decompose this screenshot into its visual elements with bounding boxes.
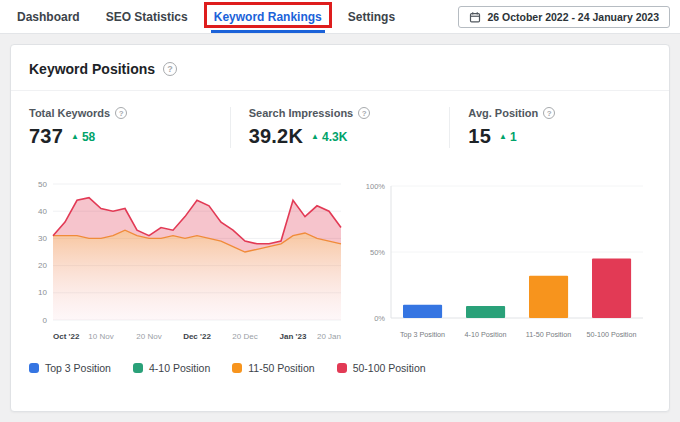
- help-icon[interactable]: ?: [115, 107, 127, 119]
- legend-swatch: [133, 363, 143, 373]
- svg-text:Jan '23: Jan '23: [280, 332, 307, 341]
- legend-swatch: [337, 363, 347, 373]
- stat-delta: ▲ 58: [71, 130, 95, 144]
- stat-total-keywords: Total Keywords ? 737 ▲ 58: [11, 107, 230, 148]
- date-range-label: 26 October 2022 - 24 January 2023: [487, 11, 659, 23]
- help-icon[interactable]: ?: [543, 107, 555, 119]
- svg-text:10 Nov: 10 Nov: [88, 332, 113, 341]
- legend-label: 11-50 Position: [248, 362, 314, 374]
- tab-seo-statistics[interactable]: SEO Statistics: [93, 0, 201, 33]
- svg-text:4-10 Position: 4-10 Position: [465, 330, 507, 339]
- help-icon[interactable]: ?: [163, 62, 177, 76]
- stat-delta: ▲ 1: [499, 130, 517, 144]
- panel-title: Keyword Positions: [29, 61, 155, 77]
- tab-dashboard[interactable]: Dashboard: [4, 0, 93, 33]
- legend-label: 4-10 Position: [149, 362, 210, 374]
- svg-text:100%: 100%: [366, 182, 386, 191]
- legend-item-4-10: 4-10 Position: [133, 362, 210, 374]
- stat-value: 39.2K: [249, 125, 303, 148]
- stat-label: Search Impressions: [249, 107, 354, 119]
- svg-text:20 Jan: 20 Jan: [317, 332, 341, 341]
- tab-settings[interactable]: Settings: [335, 0, 408, 33]
- date-range-picker-button[interactable]: 26 October 2022 - 24 January 2023: [458, 6, 670, 28]
- charts-row: 01020304050Oct '2210 Nov20 NovDec '2220 …: [11, 154, 669, 346]
- svg-text:Top 3 Position: Top 3 Position: [400, 330, 445, 339]
- stats-row: Total Keywords ? 737 ▲ 58 Search Impress…: [11, 91, 669, 154]
- legend-item-top3: Top 3 Position: [29, 362, 111, 374]
- trend-up-icon: ▲: [499, 133, 507, 141]
- svg-text:Oct '22: Oct '22: [53, 332, 80, 341]
- legend-label: 50-100 Position: [353, 362, 426, 374]
- chart-legend: Top 3 Position 4-10 Position 11-50 Posit…: [11, 346, 669, 390]
- svg-text:20 Dec: 20 Dec: [232, 332, 257, 341]
- svg-text:0%: 0%: [374, 314, 385, 323]
- trend-up-icon: ▲: [71, 133, 79, 141]
- tab-keyword-rankings-label: Keyword Rankings: [214, 10, 322, 24]
- legend-label: Top 3 Position: [45, 362, 111, 374]
- svg-text:10: 10: [38, 288, 47, 297]
- svg-text:40: 40: [38, 207, 47, 216]
- svg-text:0: 0: [43, 316, 48, 325]
- stat-avg-position: Avg. Position ? 15 ▲ 1: [449, 107, 669, 148]
- stat-delta-value: 4.3K: [322, 130, 347, 144]
- svg-text:20 Nov: 20 Nov: [136, 332, 161, 341]
- calendar-icon: [469, 11, 481, 23]
- svg-text:50-100 Position: 50-100 Position: [587, 330, 637, 339]
- top-nav-tabs: Dashboard SEO Statistics Keyword Ranking…: [4, 0, 408, 33]
- keyword-positions-panel: Keyword Positions ? Total Keywords ? 737…: [10, 44, 670, 412]
- legend-item-50-100: 50-100 Position: [337, 362, 426, 374]
- keyword-positions-area-chart: 01020304050Oct '2210 Nov20 NovDec '2220 …: [29, 174, 349, 346]
- svg-text:11-50 Position: 11-50 Position: [526, 330, 571, 339]
- legend-swatch: [29, 363, 39, 373]
- stat-search-impressions: Search Impressions ? 39.2K ▲ 4.3K: [230, 107, 450, 148]
- position-distribution-bar-chart: 0%50%100%Top 3 Position4-10 Position11-5…: [359, 174, 651, 346]
- svg-text:Dec '22: Dec '22: [183, 332, 211, 341]
- stat-delta-value: 1: [510, 130, 517, 144]
- stat-value: 15: [468, 125, 491, 148]
- stat-label: Total Keywords: [29, 107, 110, 119]
- stat-delta: ▲ 4.3K: [311, 130, 347, 144]
- tab-keyword-rankings[interactable]: Keyword Rankings: [201, 0, 335, 33]
- legend-swatch: [232, 363, 242, 373]
- svg-text:20: 20: [38, 261, 47, 270]
- legend-item-11-50: 11-50 Position: [232, 362, 314, 374]
- top-navigation-bar: Dashboard SEO Statistics Keyword Ranking…: [0, 0, 680, 34]
- svg-text:30: 30: [38, 234, 47, 243]
- stat-delta-value: 58: [82, 130, 95, 144]
- svg-text:50: 50: [38, 180, 47, 189]
- svg-text:50%: 50%: [370, 248, 385, 257]
- stat-label: Avg. Position: [468, 107, 538, 119]
- panel-header: Keyword Positions ?: [11, 45, 669, 91]
- help-icon[interactable]: ?: [358, 107, 370, 119]
- trend-up-icon: ▲: [311, 133, 319, 141]
- stat-value: 737: [29, 125, 63, 148]
